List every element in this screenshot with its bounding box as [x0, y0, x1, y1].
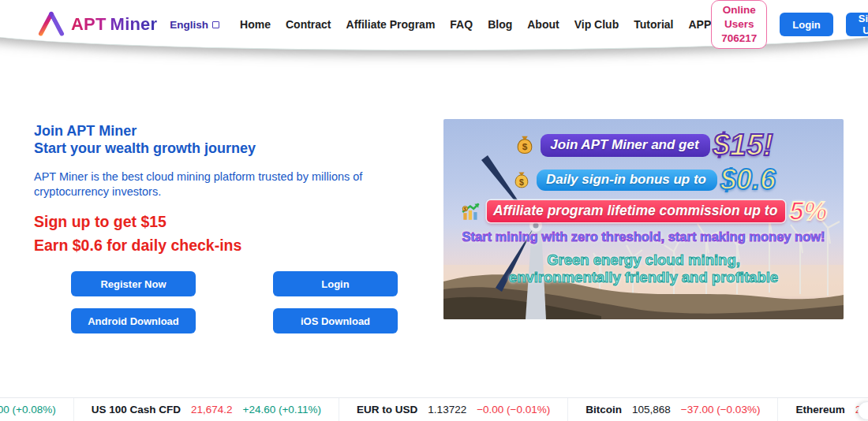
language-dropdown-icon	[212, 21, 219, 28]
register-now-button[interactable]: Register Now	[71, 271, 196, 296]
signup-bonus-text: Sign up to get $15	[34, 211, 417, 233]
daily-checkin-text: Earn $0.6 for daily check-ins	[34, 235, 417, 256]
ticker-change: −37.00 (−0.03%)	[681, 404, 761, 415]
online-users-badge: Online Users 706217	[711, 0, 767, 49]
ticker-item-ethereum[interactable]: Ethereum2,601.6−7.00 (−0.27	[777, 398, 868, 421]
green-energy-text-2: environmentally friendly and profitable	[509, 269, 778, 286]
logo[interactable]: APTMiner	[36, 10, 157, 39]
header: APTMiner English HomeContractAffiliate P…	[0, 0, 868, 49]
promo-line-1: $ Join APT Miner and get $15!	[443, 130, 844, 160]
login-button[interactable]: Login	[780, 13, 832, 36]
promo-pill-1: Join APT Miner and get	[541, 134, 709, 157]
promo-highlight-15: $15!	[713, 130, 773, 160]
market-ticker-bar: .00 (+0.08%)US 100 Cash CFD21,674.2+24.6…	[0, 397, 868, 421]
svg-text:$: $	[519, 177, 524, 187]
hero-title-line1: Join APT Miner	[34, 122, 417, 140]
header-right: Online Users 706217 Login Sign Up	[711, 0, 868, 49]
page: APTMiner English HomeContractAffiliate P…	[0, 0, 868, 421]
ticker-value: 1.13722	[428, 404, 466, 415]
ticker-change: .00 (+0.08%)	[0, 404, 56, 415]
apt-miner-logo-icon	[36, 10, 66, 39]
ticker-item-eur-to-usd[interactable]: EUR to USD1.13722−0.00 (−0.01%)	[339, 398, 567, 421]
nav-item-home[interactable]: Home	[240, 18, 271, 31]
brand-wordmark: APTMiner	[71, 14, 157, 35]
android-download-button[interactable]: Android Download	[71, 308, 196, 333]
nav-item-affiliate-program[interactable]: Affiliate Program	[346, 18, 436, 31]
nav-item-contract[interactable]: Contract	[286, 18, 331, 31]
online-users-label: Online Users	[721, 3, 757, 32]
nav-item-vip-club[interactable]: Vip Club	[574, 18, 619, 31]
ticker-items: .00 (+0.08%)US 100 Cash CFD21,674.2+24.6…	[0, 398, 868, 421]
promo-pill-2: Daily sign-in bonus up to	[537, 170, 717, 191]
ticker-item-us-100-cash-cfd[interactable]: US 100 Cash CFD21,674.2+24.60 (+0.11%)	[73, 398, 339, 421]
nav-item-faq[interactable]: FAQ	[450, 18, 473, 31]
nav-item-about[interactable]: About	[527, 18, 559, 31]
promo-line-4: Start mining with zero threshold, start …	[443, 229, 844, 244]
ticker-symbol: Ethereum	[795, 404, 844, 415]
hero-title-line2: Start your wealth growth journey	[34, 140, 417, 157]
money-bag-icon: $	[514, 134, 536, 156]
nav-item-tutorial[interactable]: Tutorial	[634, 18, 673, 31]
main-nav: HomeContractAffiliate ProgramFAQBlogAbou…	[240, 18, 711, 31]
promo-line-3: $ Affiliate program lifetime commission …	[443, 198, 844, 224]
hero-section: Join APT Miner Start your wealth growth …	[34, 122, 417, 333]
nav-item-app[interactable]: APP	[689, 18, 712, 31]
ticker-symbol: US 100 Cash CFD	[92, 404, 181, 415]
hero-buttons: Register Now Login Android Download iOS …	[71, 271, 417, 333]
promo-highlight-5: 5%	[789, 198, 827, 224]
ticker-item-clipped[interactable]: .00 (+0.08%)	[0, 398, 73, 421]
promo-banner-image: $ Join APT Miner and get $15! $ Daily si…	[443, 119, 844, 319]
signup-button[interactable]: Sign Up	[846, 13, 868, 36]
promo-line-2: $ Daily sign-in bonus up to $0.6	[443, 166, 844, 194]
promo-pill-3: Affiliate program lifetime commission up…	[487, 200, 785, 222]
hero-login-button[interactable]: Login	[273, 271, 398, 296]
ticker-symbol: Bitcoin	[586, 404, 622, 415]
money-bags-icon: $	[511, 170, 532, 190]
svg-text:$: $	[522, 141, 528, 152]
ios-download-button[interactable]: iOS Download	[273, 308, 398, 333]
ticker-symbol: EUR to USD	[357, 404, 417, 415]
nav-item-blog[interactable]: Blog	[488, 18, 512, 31]
promo-highlight-06: $0.6	[720, 166, 776, 194]
ticker-value: 21,674.2	[191, 404, 233, 415]
language-label: English	[170, 19, 208, 31]
ticker-change: +24.60 (+0.11%)	[243, 404, 322, 415]
promo-line-5: Green energy cloud mining, environmental…	[443, 251, 844, 286]
green-energy-text-1: Green energy cloud mining,	[547, 251, 740, 269]
ticker-change: −0.00 (−0.01%)	[477, 404, 550, 415]
ticker-value: 105,868	[632, 404, 671, 415]
growth-chart-icon: $	[460, 200, 482, 222]
language-selector[interactable]: English	[170, 19, 219, 31]
ticker-item-bitcoin[interactable]: Bitcoin105,868−37.00 (−0.03%)	[567, 398, 777, 421]
online-users-count: 706217	[721, 32, 757, 46]
zero-threshold-text: Start mining with zero threshold, start …	[462, 229, 825, 244]
hero-description: APT Miner is the best cloud mining platf…	[34, 170, 411, 199]
